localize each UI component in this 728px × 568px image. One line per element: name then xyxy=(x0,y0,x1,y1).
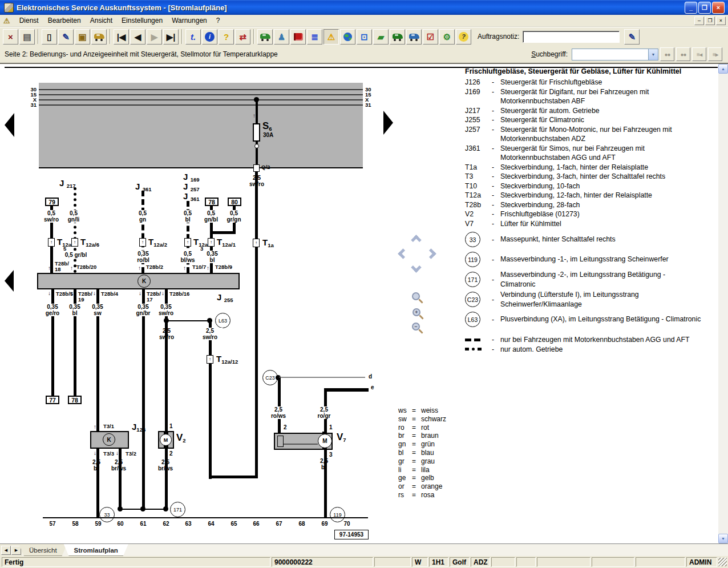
pan-left-button[interactable] xyxy=(398,248,408,259)
status-cell xyxy=(592,557,634,567)
tab-stromlaufplan[interactable]: Stromlaufplan xyxy=(64,544,128,556)
pin-label: T28b/16 xyxy=(169,291,189,297)
document-list-button[interactable]: ≣ xyxy=(307,29,322,45)
nav-next-button[interactable]: ▶ xyxy=(147,29,162,45)
maximize-button[interactable]: ❐ xyxy=(698,2,711,14)
next-page-arrow-icon[interactable] xyxy=(383,111,393,135)
eraser-button[interactable]: ▰ xyxy=(373,29,389,45)
note-edit-button[interactable]: ✎ xyxy=(624,29,640,45)
globe-button[interactable] xyxy=(340,29,355,45)
menu-item-?[interactable]: ? xyxy=(212,15,225,26)
t1a-label: T1a xyxy=(262,237,274,248)
globe-icon xyxy=(343,33,352,41)
color-code-row: sw=schwarz xyxy=(398,415,446,424)
status-cell xyxy=(374,557,411,567)
search-back-button[interactable]: ●● xyxy=(676,47,690,61)
hint-icon: ? xyxy=(459,32,468,42)
edit-document-button[interactable]: ✎ xyxy=(58,29,74,45)
scroll-up-icon: ▲ xyxy=(721,67,725,71)
nav-prev-button[interactable]: ◀ xyxy=(130,29,145,45)
legend-item: T1a-Steckverbindung, 1-fach, hinter der … xyxy=(465,163,718,172)
vehicle-info-button[interactable] xyxy=(406,29,422,45)
document-list-icon: ≣ xyxy=(311,33,318,41)
track-baseline xyxy=(43,517,368,518)
resize-grip[interactable] xyxy=(718,558,727,566)
zoom-in-button[interactable]: + xyxy=(412,308,420,316)
zoom-reset-button[interactable] xyxy=(412,292,420,300)
color-eq: = xyxy=(412,440,421,449)
window-split-button[interactable]: ⊡ xyxy=(357,29,372,45)
service-tools-button[interactable]: ⚙ xyxy=(439,29,455,45)
repair-manual-button[interactable] xyxy=(290,29,306,45)
menu-item-bearbeiten[interactable]: Bearbeiten xyxy=(43,15,86,26)
new-document-button[interactable]: ▯ xyxy=(42,29,57,45)
nav-first-button[interactable]: |◀ xyxy=(114,29,129,45)
exit-button[interactable]: × xyxy=(3,29,18,45)
checklist-button[interactable]: ☑ xyxy=(423,29,438,45)
hint-button[interactable]: ? xyxy=(456,29,471,45)
legend-circle-item: 33-Massepunkt, hinter Schalttafel rechts xyxy=(465,229,718,249)
status-cell: Golf xyxy=(450,557,470,567)
scroll-down-button[interactable]: ▼ xyxy=(718,534,728,543)
legend-code: T10 xyxy=(465,182,492,191)
nav-last-button[interactable]: ▶| xyxy=(163,29,179,45)
menu-item-dienst[interactable]: Dienst xyxy=(15,15,43,26)
toolbar-separator xyxy=(110,29,111,44)
vehicle-data-button[interactable] xyxy=(257,29,273,45)
vehicle-green-button[interactable] xyxy=(390,29,405,45)
new-note-button[interactable]: ▣ xyxy=(75,29,90,45)
mdi-restore-button[interactable]: ❐ xyxy=(705,17,715,25)
tab-scroll-right-button[interactable]: ▶ xyxy=(11,546,21,555)
customer-service-button[interactable]: ♟ xyxy=(274,29,289,45)
prev-page-arrow-icon[interactable] xyxy=(5,113,14,137)
print-button[interactable]: ▤ xyxy=(19,29,35,45)
down-arrow-icon: ↓ xyxy=(161,291,164,296)
search-dropdown-button[interactable]: ▼ xyxy=(648,49,658,60)
scroll-up-button[interactable]: ▲ xyxy=(718,64,728,74)
tab-uebersicht[interactable]: Übersicht xyxy=(19,544,67,556)
ground-119: 119 xyxy=(330,507,345,522)
wire-label: 2,5 ro/ws xyxy=(266,406,291,419)
motor-symbol: M xyxy=(160,434,172,446)
pan-down-button[interactable] xyxy=(411,262,421,272)
legend-text: Steuergerät für autom. Getriebe xyxy=(500,106,600,116)
list-next-button[interactable]: ≡▸ xyxy=(708,47,722,61)
close-button[interactable]: × xyxy=(712,2,725,14)
list-add-button[interactable]: ≡◂ xyxy=(692,47,706,61)
search-combobox[interactable]: ▼ xyxy=(572,49,658,61)
legend-sep: - xyxy=(492,256,500,264)
tab-scroll-left-button[interactable]: ◀ xyxy=(1,546,11,555)
ground-171: 171 xyxy=(170,502,185,517)
swap-button[interactable]: ⇄ xyxy=(235,29,250,45)
color-eq: = xyxy=(412,491,421,499)
prev-section-arrow-icon[interactable] xyxy=(5,270,14,292)
warnings-button[interactable]: ⚠ xyxy=(323,29,339,45)
color-code-row: rs=rosa xyxy=(398,491,446,499)
track-number: 70 xyxy=(340,521,354,527)
mdi-minimize-button[interactable]: – xyxy=(694,17,704,25)
vehicle-ident-button[interactable] xyxy=(91,29,107,45)
legend-code: J255 xyxy=(465,115,492,125)
legend-circle-item: C23-Verbindung (Lüfterstufe I), im Leitu… xyxy=(465,289,718,309)
pin-label: T28b/5 xyxy=(56,291,73,297)
search-forward-button[interactable]: ●● xyxy=(660,47,674,61)
minimize-button[interactable]: _ xyxy=(685,2,697,14)
mdi-close-button[interactable]: × xyxy=(716,17,726,25)
connector-arrow-icon: ↑ xyxy=(210,240,212,245)
order-note-input[interactable] xyxy=(523,31,620,43)
menu-item-einstellungen[interactable]: Einstellungen xyxy=(117,15,167,26)
vertical-scrollbar[interactable]: ▲ ▼ xyxy=(718,64,728,543)
legend-circle-item: L63-Plusverbindung (XA), im Leitungsstra… xyxy=(465,309,718,329)
index-button[interactable]: t. xyxy=(185,29,201,45)
menu-item-warnungen[interactable]: Warnungen xyxy=(167,15,212,26)
help-button[interactable]: ? xyxy=(219,29,234,45)
menu-item-ansicht[interactable]: Ansicht xyxy=(86,15,117,26)
zoom-out-button[interactable]: − xyxy=(412,323,420,331)
warnings-icon: ⚠ xyxy=(327,33,335,41)
search-input[interactable] xyxy=(572,49,648,60)
info-button[interactable]: i xyxy=(202,29,217,45)
wire-label: 2,5 ro/gr xyxy=(312,406,337,419)
pan-up-button[interactable] xyxy=(411,235,421,245)
pan-right-button[interactable] xyxy=(426,248,436,259)
color-abbr: ro xyxy=(398,424,412,432)
